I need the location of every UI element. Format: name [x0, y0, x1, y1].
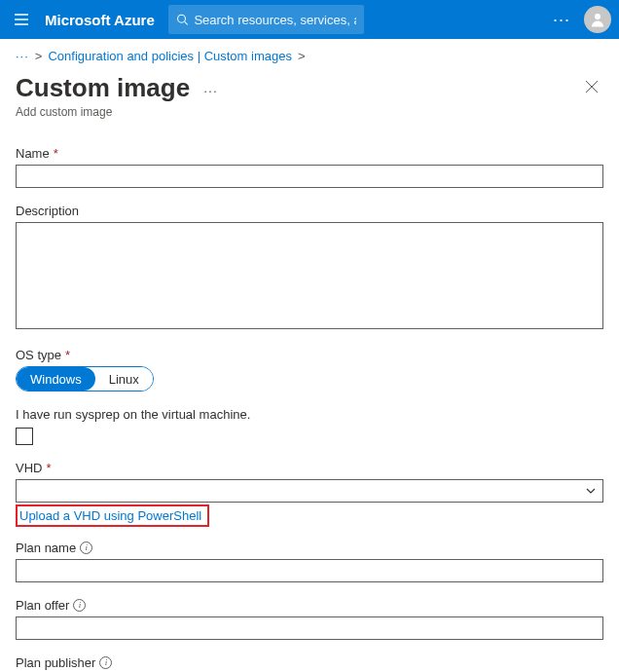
field-description: Description: [16, 204, 603, 332]
plan-offer-label: Plan offer: [16, 598, 69, 613]
user-avatar-button[interactable]: [584, 6, 611, 33]
user-avatar-icon: [589, 11, 606, 28]
topbar-more-button[interactable]: ···: [553, 10, 570, 30]
info-icon[interactable]: i: [80, 541, 92, 554]
field-plan-offer: Plan offer i: [16, 598, 603, 640]
vhd-select[interactable]: [16, 479, 603, 503]
hamburger-menu-button[interactable]: [8, 6, 35, 33]
global-search[interactable]: [168, 5, 365, 34]
info-icon[interactable]: i: [73, 599, 86, 612]
field-vhd: VHD * Upload a VHD using PowerShell: [16, 461, 603, 527]
field-plan-name: Plan name i: [16, 541, 603, 582]
close-icon: [585, 80, 599, 93]
svg-point-0: [177, 15, 185, 22]
breadcrumb-ellipsis[interactable]: ···: [16, 49, 29, 63]
custom-image-form: Name * Description OS type * Windows Lin…: [0, 127, 619, 672]
name-label: Name: [16, 146, 50, 161]
page-header-more-button[interactable]: ···: [203, 83, 218, 98]
plan-publisher-label: Plan publisher: [16, 655, 95, 670]
description-input[interactable]: [16, 222, 603, 329]
breadcrumb-separator: >: [35, 49, 43, 63]
search-icon: [176, 13, 189, 26]
breadcrumb-separator: >: [298, 49, 306, 63]
plan-offer-input[interactable]: [16, 616, 603, 640]
breadcrumb-config-images[interactable]: Configuration and policies | Custom imag…: [48, 49, 292, 63]
field-plan-publisher: Plan publisher i: [16, 655, 603, 672]
svg-line-1: [184, 21, 187, 24]
os-type-toggle: Windows Linux: [16, 366, 154, 392]
brand-label[interactable]: Microsoft Azure: [45, 12, 155, 28]
plan-name-input[interactable]: [16, 559, 603, 582]
required-indicator: *: [54, 146, 58, 161]
description-label: Description: [16, 204, 79, 218]
field-name: Name *: [16, 146, 603, 188]
vhd-label: VHD: [16, 461, 42, 475]
info-icon[interactable]: i: [99, 656, 112, 669]
os-type-windows[interactable]: Windows: [17, 367, 95, 391]
os-type-linux[interactable]: Linux: [95, 367, 153, 391]
required-indicator: *: [46, 461, 51, 475]
field-os-type: OS type * Windows Linux: [16, 348, 603, 392]
page-subtitle: Add custom image: [0, 105, 619, 127]
page-header: Custom image ···: [0, 69, 619, 105]
breadcrumb: ··· > Configuration and policies | Custo…: [0, 39, 619, 69]
name-input[interactable]: [16, 165, 603, 188]
sysprep-label: I have run sysprep on the virtual machin…: [16, 407, 603, 422]
required-indicator: *: [65, 348, 70, 362]
plan-name-label: Plan name: [16, 541, 76, 555]
chevron-down-icon: [585, 485, 597, 497]
global-search-input[interactable]: [194, 13, 356, 27]
close-button[interactable]: [580, 75, 603, 98]
sysprep-checkbox[interactable]: [16, 428, 33, 445]
azure-topbar: Microsoft Azure ···: [0, 0, 619, 39]
field-sysprep: I have run sysprep on the virtual machin…: [16, 407, 603, 445]
upload-vhd-link[interactable]: Upload a VHD using PowerShell: [19, 508, 201, 523]
svg-point-2: [595, 14, 601, 19]
os-type-label: OS type: [16, 348, 61, 362]
page-title: Custom image: [16, 73, 190, 103]
upload-vhd-highlight: Upload a VHD using PowerShell: [16, 504, 209, 527]
hamburger-icon: [14, 12, 29, 27]
